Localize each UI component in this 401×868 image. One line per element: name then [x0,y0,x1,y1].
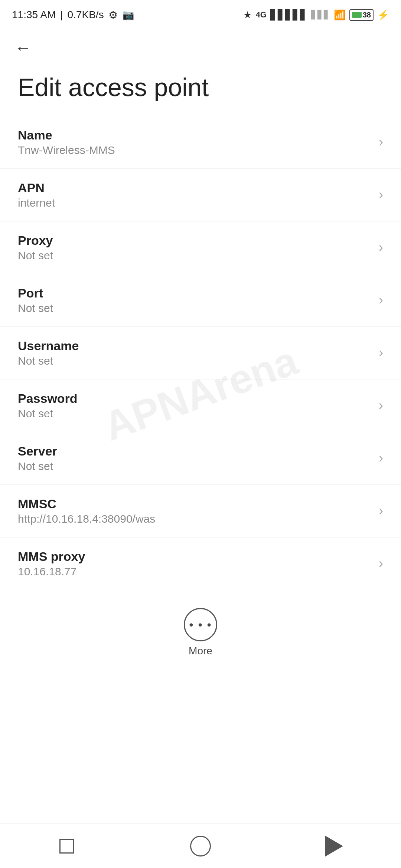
battery-indicator: 38 [349,9,374,21]
status-left: 11:35 AM | 0.7KB/s ⚙ 📷 [12,9,134,21]
home-button[interactable] [178,831,223,861]
settings-item[interactable]: PortNot set› [0,274,401,327]
field-value-server: Not set [18,460,373,473]
settings-item-content: APNinternet [18,181,373,209]
back-nav-button[interactable] [312,831,356,861]
time: 11:35 AM [12,9,56,21]
back-nav-icon [325,836,343,857]
chevron-right-icon: › [379,292,383,308]
more-label: More [189,645,212,657]
navigation-bar [0,823,401,868]
settings-item-content: MMSChttp://10.16.18.4:38090/was [18,497,373,525]
bottom-more: • • • More [0,596,401,669]
settings-icon: ⚙ [108,9,118,21]
field-label-username: Username [18,339,373,353]
settings-item-content: MMS proxy10.16.18.77 [18,549,373,578]
top-nav: ← [0,27,401,66]
wifi-icon: 📶 [334,9,346,21]
field-label-port: Port [18,286,373,300]
page-title: Edit access point [0,66,401,116]
signal-bars-icon: ▋▋▋▋▋ [270,9,307,21]
field-label-proxy: Proxy [18,233,373,248]
battery-percent: 38 [363,11,371,19]
field-value-mms-proxy: 10.16.18.77 [18,565,373,578]
chevron-right-icon: › [379,134,383,150]
status-right: ★ 4G ▋▋▋▋▋ ▋▋▋ 📶 38 ⚡ [243,9,389,21]
recent-apps-icon [59,839,74,854]
field-label-password: Password [18,391,373,406]
settings-item[interactable]: PasswordNot set› [0,379,401,432]
settings-item[interactable]: MMSChttp://10.16.18.4:38090/was› [0,485,401,537]
content-area: APNArena Edit access point NameTnw-Wirel… [0,66,401,721]
chevron-right-icon: › [379,503,383,519]
battery-fill [352,12,362,18]
network-speed: 0.7KB/s [68,9,104,21]
field-label-mmsc: MMSC [18,497,373,511]
field-label-apn: APN [18,181,373,195]
back-arrow-icon: ← [15,39,31,57]
field-value-mmsc: http://10.16.18.4:38090/was [18,513,373,525]
settings-item[interactable]: APNinternet› [0,169,401,221]
bluetooth-icon: ★ [243,9,252,21]
settings-item[interactable]: NameTnw-Wireless-MMS› [0,116,401,169]
chevron-right-icon: › [379,556,383,571]
settings-item-content: ProxyNot set [18,233,373,262]
speed: | [60,9,63,21]
back-button[interactable]: ← [12,36,34,60]
settings-list: NameTnw-Wireless-MMS›APNinternet›ProxyNo… [0,116,401,590]
settings-item[interactable]: ProxyNot set› [0,221,401,274]
settings-item[interactable]: UsernameNot set› [0,327,401,379]
settings-item[interactable]: ServerNot set› [0,432,401,485]
chevron-right-icon: › [379,398,383,413]
settings-item-content: PasswordNot set [18,391,373,420]
field-value-name: Tnw-Wireless-MMS [18,144,373,157]
video-icon: 📷 [122,9,134,21]
charging-icon: ⚡ [377,9,389,21]
home-icon [190,836,211,857]
field-value-proxy: Not set [18,249,373,262]
field-value-apn: internet [18,197,373,209]
settings-item[interactable]: MMS proxy10.16.18.77› [0,537,401,590]
settings-item-content: UsernameNot set [18,339,373,367]
recent-apps-button[interactable] [45,831,89,861]
field-value-username: Not set [18,355,373,367]
settings-item-content: ServerNot set [18,444,373,473]
field-label-mms-proxy: MMS proxy [18,549,373,564]
field-label-name: Name [18,128,373,142]
chevron-right-icon: › [379,345,383,361]
chevron-right-icon: › [379,240,383,255]
field-label-server: Server [18,444,373,458]
chevron-right-icon: › [379,187,383,203]
settings-item-content: PortNot set [18,286,373,315]
settings-item-content: NameTnw-Wireless-MMS [18,128,373,157]
more-dots-icon: • • • [189,619,212,631]
chevron-right-icon: › [379,450,383,466]
more-button[interactable]: • • • [184,608,217,641]
signal-4g-icon: 4G [255,10,266,20]
field-value-port: Not set [18,302,373,315]
signal-bars2-icon: ▋▋▋ [311,10,330,20]
field-value-password: Not set [18,407,373,420]
status-bar: 11:35 AM | 0.7KB/s ⚙ 📷 ★ 4G ▋▋▋▋▋ ▋▋▋ 📶 … [0,0,401,27]
